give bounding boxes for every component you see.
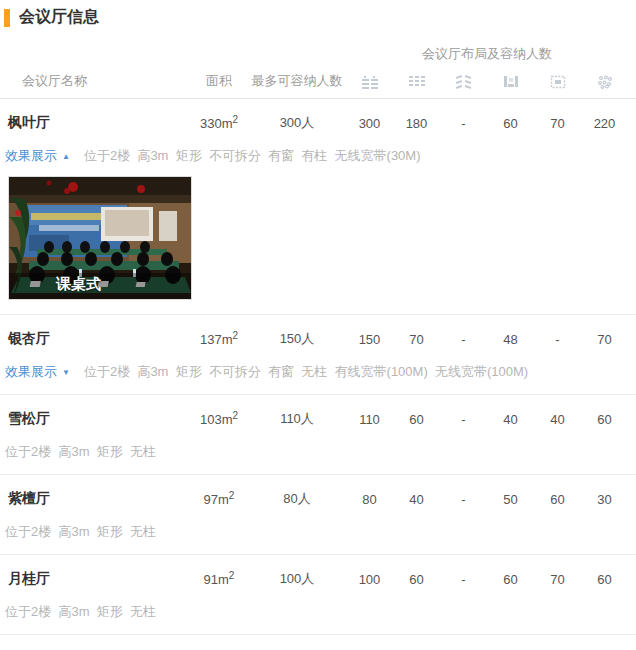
effect-display-link[interactable]: 效果展示 ▼ xyxy=(5,363,70,381)
effect-display-link[interactable]: 效果展示 ▲ xyxy=(5,147,70,165)
layout-capacity: 60 xyxy=(581,412,628,427)
layout-capacity: 60 xyxy=(393,412,440,427)
chevron-down-icon: ▼ xyxy=(62,368,70,377)
hall-area: 97m2 xyxy=(190,490,248,507)
theater-layout-icon xyxy=(393,72,440,90)
hall-attributes: 位于2楼 高3m 矩形 无柱 xyxy=(5,523,156,541)
hall-name: 雪松厅 xyxy=(0,410,190,428)
table-row: 银杏厅 137m2 150人 150 70 - 48 - 70 效果展示 ▼ 位… xyxy=(0,314,636,394)
table-row: 雪松厅 103m2 110人 110 60 - 40 40 60 位于2楼 高3… xyxy=(0,394,636,474)
layout-capacity: 180 xyxy=(393,116,440,131)
col-header-area: 面积 xyxy=(190,72,248,90)
layout-capacity: 70 xyxy=(581,332,628,347)
layout-capacity: 80 xyxy=(346,492,393,507)
layout-capacity: 220 xyxy=(581,116,628,131)
layout-capacity: 60 xyxy=(487,572,534,587)
layout-capacity: 60 xyxy=(581,572,628,587)
col-header-capacity: 最多可容纳人数 xyxy=(248,72,346,90)
layout-capacity: 110 xyxy=(346,412,393,427)
layout-capacity: - xyxy=(440,116,487,131)
layout-capacity: 60 xyxy=(487,116,534,131)
layout-capacity: 300 xyxy=(346,116,393,131)
fishbone-layout-icon xyxy=(440,72,487,90)
layout-capacity: 60 xyxy=(534,492,581,507)
layout-capacity: - xyxy=(534,332,581,347)
layout-capacity: 100 xyxy=(346,572,393,587)
hall-attributes: 位于2楼 高3m 矩形 无柱 xyxy=(5,603,156,621)
accent-bar-icon xyxy=(4,9,10,27)
section-header: 会议厅信息 xyxy=(0,0,636,32)
layout-capacity: - xyxy=(440,572,487,587)
classroom-layout-icon xyxy=(346,72,393,90)
hall-area: 330m2 xyxy=(190,114,248,131)
hall-name: 枫叶厅 xyxy=(0,114,190,132)
hall-capacity: 100人 xyxy=(248,570,346,588)
table-header: 会议厅布局及容纳人数 会议厅名称 面积 最多可容纳人数 xyxy=(0,32,636,99)
u-shape-layout-icon xyxy=(487,72,534,90)
hall-attributes: 位于2楼 高3m 矩形 不可拆分 有窗 有柱 无线宽带(30M) xyxy=(84,147,421,165)
photo-caption: 课桌式 xyxy=(56,275,101,294)
hall-capacity: 150人 xyxy=(248,330,346,348)
table-row: 紫檀厅 97m2 80人 80 40 - 50 60 30 位于2楼 高3m 矩… xyxy=(0,474,636,554)
layout-capacity: 70 xyxy=(534,572,581,587)
boardroom-layout-icon xyxy=(534,72,581,90)
table-row: 月桂厅 91m2 100人 100 60 - 60 70 60 位于2楼 高3m… xyxy=(0,554,636,634)
hall-name: 月桂厅 xyxy=(0,570,190,588)
hall-capacity: 80人 xyxy=(248,490,346,508)
layout-capacity: 48 xyxy=(487,332,534,347)
hall-area: 91m2 xyxy=(190,570,248,587)
hall-area: 103m2 xyxy=(190,410,248,427)
hall-capacity: 110人 xyxy=(248,410,346,428)
layout-capacity: 40 xyxy=(393,492,440,507)
col-header-hall-name: 会议厅名称 xyxy=(0,72,190,90)
hall-photo[interactable]: 课桌式 xyxy=(8,176,192,300)
layout-capacity: - xyxy=(440,412,487,427)
page-title: 会议厅信息 xyxy=(19,7,99,28)
hall-attributes: 位于2楼 高3m 矩形 无柱 xyxy=(5,443,156,461)
layout-capacity: 30 xyxy=(581,492,628,507)
hall-name: 紫檀厅 xyxy=(0,490,190,508)
layout-capacity: 70 xyxy=(393,332,440,347)
banquet-layout-icon xyxy=(581,72,628,90)
layout-capacity: - xyxy=(440,332,487,347)
layout-capacity: 60 xyxy=(393,572,440,587)
layout-capacity: 40 xyxy=(534,412,581,427)
table-row: 月桂B厅 56m2 70人 70 30 - 40 - 30 xyxy=(0,634,636,650)
hall-area: 137m2 xyxy=(190,330,248,347)
layout-capacity: 70 xyxy=(534,116,581,131)
layout-capacity: - xyxy=(440,492,487,507)
layout-capacity: 150 xyxy=(346,332,393,347)
layout-capacity: 50 xyxy=(487,492,534,507)
table-row: 枫叶厅 330m2 300人 300 180 - 60 70 220 效果展示 … xyxy=(0,99,636,314)
layout-group-header: 会议厅布局及容纳人数 xyxy=(346,45,636,63)
hall-capacity: 300人 xyxy=(248,114,346,132)
hall-attributes: 位于2楼 高3m 矩形 不可拆分 有窗 无柱 有线宽带(100M) 无线宽带(1… xyxy=(84,363,528,381)
chevron-up-icon: ▲ xyxy=(62,152,70,161)
layout-capacity: 40 xyxy=(487,412,534,427)
hall-name: 银杏厅 xyxy=(0,330,190,348)
